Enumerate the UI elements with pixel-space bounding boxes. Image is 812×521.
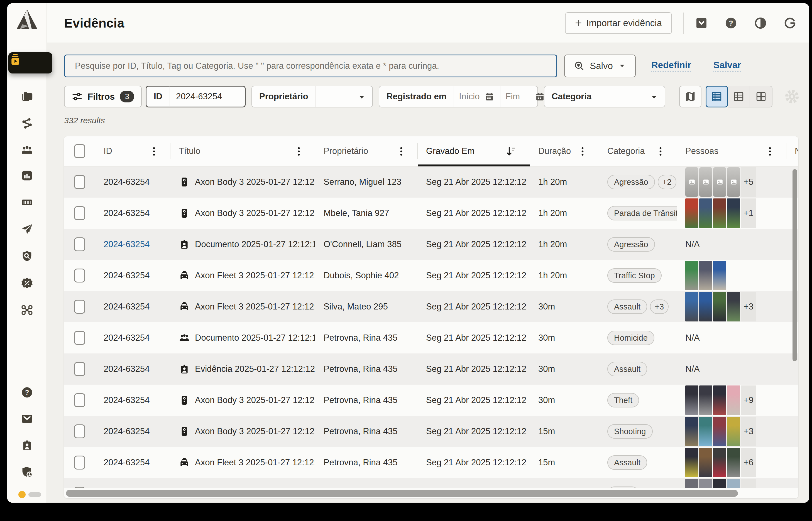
column-menu-icon[interactable] xyxy=(293,146,304,157)
category-tag[interactable]: Homicide xyxy=(607,331,654,345)
person-thumbnail[interactable] xyxy=(713,261,726,290)
column-header-id[interactable]: ID xyxy=(95,136,170,166)
row-checkbox[interactable] xyxy=(74,269,85,282)
image-placeholder-icon[interactable] xyxy=(727,167,740,197)
row-checkbox[interactable] xyxy=(74,175,85,189)
person-thumbnail[interactable] xyxy=(685,199,698,228)
more-categories-tag[interactable]: +2 xyxy=(658,175,676,189)
more-people-count[interactable]: +5 xyxy=(741,167,756,197)
category-tag[interactable]: Agressão xyxy=(607,175,655,189)
category-tag[interactable]: Agressão xyxy=(607,237,655,252)
horizontal-scrollbar[interactable] xyxy=(66,490,738,497)
person-thumbnail[interactable] xyxy=(699,448,712,477)
list-view-button[interactable] xyxy=(706,86,728,108)
owner-filter-dropdown[interactable]: Proprietário xyxy=(251,86,373,108)
sidebar-item-evidence[interactable] xyxy=(8,52,52,73)
calendar-icon[interactable] xyxy=(485,92,495,101)
person-thumbnail[interactable] xyxy=(699,199,712,228)
image-placeholder-icon[interactable] xyxy=(699,167,712,197)
category-tag[interactable]: Theft xyxy=(607,393,639,407)
search-input[interactable] xyxy=(64,54,557,77)
category-tag[interactable]: Parada de Trânsito xyxy=(607,206,677,221)
column-header-owner[interactable]: Proprietário xyxy=(315,136,418,166)
saved-searches-button[interactable]: Salvo xyxy=(564,54,636,77)
person-thumbnail[interactable] xyxy=(685,417,698,446)
sort-desc-icon[interactable] xyxy=(505,145,517,158)
id-filter-field[interactable]: ID 2024-63254 xyxy=(146,86,246,108)
person-thumbnail[interactable] xyxy=(713,448,726,477)
person-thumbnail[interactable] xyxy=(713,199,726,228)
start-date-placeholder[interactable]: Início xyxy=(454,92,485,101)
person-thumbnail[interactable] xyxy=(699,417,712,446)
sidebar-item-air[interactable] xyxy=(21,304,34,316)
category-tag[interactable]: Assault xyxy=(607,299,647,314)
column-header-title[interactable]: Título xyxy=(170,136,315,166)
column-menu-icon[interactable] xyxy=(396,146,407,157)
column-menu-icon[interactable] xyxy=(765,146,775,157)
column-menu-icon[interactable] xyxy=(577,146,588,157)
filters-button[interactable]: Filtros 3 xyxy=(64,86,142,108)
person-thumbnail[interactable] xyxy=(727,199,740,228)
sidebar-item-cases[interactable] xyxy=(21,90,34,103)
row-checkbox[interactable] xyxy=(74,300,85,314)
column-menu-icon[interactable] xyxy=(655,146,666,157)
category-tag[interactable]: Assault xyxy=(607,455,647,470)
contrast-icon[interactable] xyxy=(754,17,767,30)
category-filter-dropdown[interactable]: Categoria xyxy=(544,86,665,108)
person-thumbnail[interactable] xyxy=(727,417,740,446)
person-thumbnail[interactable] xyxy=(727,385,740,415)
help-circle-icon[interactable]: ? xyxy=(724,17,738,30)
end-date-placeholder[interactable]: Fim xyxy=(500,92,525,101)
column-header-next[interactable]: N xyxy=(786,136,798,166)
grid-view-button[interactable] xyxy=(750,86,772,108)
select-all-checkbox[interactable] xyxy=(74,144,85,158)
column-menu-icon[interactable] xyxy=(149,146,159,157)
category-tag[interactable]: Assault xyxy=(607,362,647,376)
person-thumbnail[interactable] xyxy=(699,385,712,415)
category-tag[interactable]: Traffic Stop xyxy=(607,268,662,283)
column-header-duration[interactable]: Duração xyxy=(530,136,599,166)
row-checkbox[interactable] xyxy=(74,237,85,251)
person-thumbnail[interactable] xyxy=(685,385,698,415)
person-thumbnail[interactable] xyxy=(713,292,726,321)
person-thumbnail[interactable] xyxy=(727,448,740,477)
row-checkbox[interactable] xyxy=(74,456,85,470)
more-people-count[interactable]: +3 xyxy=(741,292,756,321)
map-view-button[interactable] xyxy=(679,86,701,108)
inbox-check-icon[interactable] xyxy=(695,17,708,30)
sidebar-item-people[interactable] xyxy=(21,143,34,156)
category-tag[interactable]: Shooting xyxy=(607,424,653,438)
calendar-icon[interactable] xyxy=(535,92,545,101)
sidebar-item-messages[interactable] xyxy=(21,412,34,425)
vertical-scrollbar[interactable] xyxy=(792,169,797,361)
sidebar-item-help[interactable]: ? xyxy=(21,386,34,399)
more-people-count[interactable]: +3 xyxy=(741,417,756,446)
person-thumbnail[interactable] xyxy=(699,261,712,290)
image-placeholder-icon[interactable] xyxy=(685,167,698,197)
sidebar-item-inventory[interactable] xyxy=(21,196,34,209)
g-logo-icon[interactable] xyxy=(783,17,797,30)
person-thumbnail[interactable] xyxy=(685,261,698,290)
more-people-count[interactable]: +6 xyxy=(741,448,756,477)
row-id[interactable]: 2024-63254 xyxy=(104,239,150,249)
row-checkbox[interactable] xyxy=(74,362,85,376)
person-thumbnail[interactable] xyxy=(727,292,740,321)
column-header-recorded[interactable]: Gravado Em xyxy=(418,136,530,166)
sidebar-item-performance[interactable] xyxy=(21,277,34,290)
sidebar-item-sharing[interactable] xyxy=(21,223,34,236)
registered-date-filter[interactable]: Registrado em Início Fim xyxy=(379,86,538,108)
more-people-count[interactable]: +9 xyxy=(741,385,756,415)
person-thumbnail[interactable] xyxy=(685,292,698,321)
person-thumbnail[interactable] xyxy=(713,417,726,446)
sidebar-item-analytics[interactable] xyxy=(21,169,34,182)
reset-link[interactable]: Redefinir xyxy=(651,60,691,72)
person-thumbnail[interactable] xyxy=(685,448,698,477)
more-categories-tag[interactable]: +3 xyxy=(650,299,668,314)
person-thumbnail[interactable] xyxy=(713,385,726,415)
row-checkbox[interactable] xyxy=(74,206,85,220)
sidebar-item-investigate[interactable] xyxy=(21,250,34,263)
sidebar-item-personnel[interactable] xyxy=(21,439,34,452)
image-placeholder-icon[interactable] xyxy=(713,167,726,197)
column-header-people[interactable]: Pessoas xyxy=(677,136,786,166)
person-thumbnail[interactable] xyxy=(699,292,712,321)
